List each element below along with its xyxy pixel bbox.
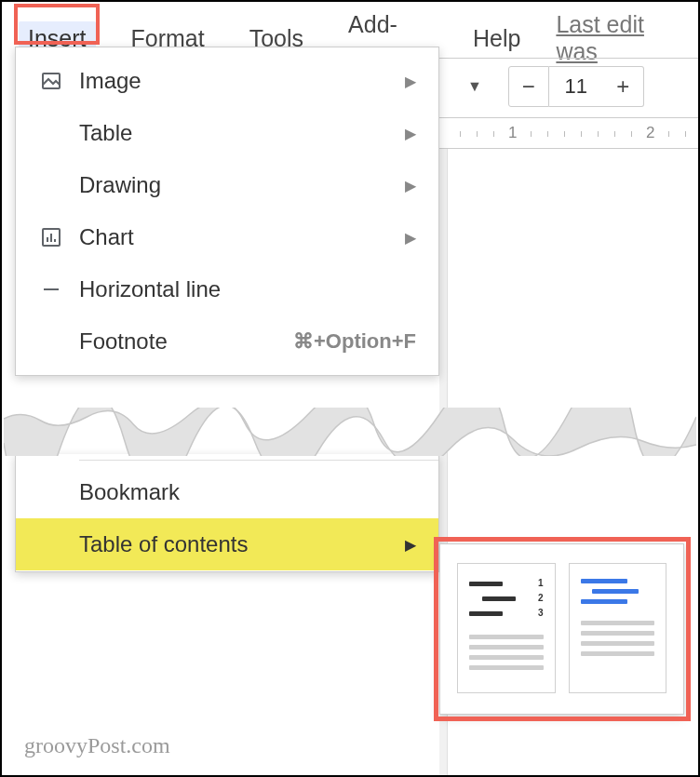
font-size-decrease-button[interactable]: −: [508, 66, 549, 107]
last-edit-label: Last edit was: [556, 11, 644, 64]
toolbar: ▼ − 11 +: [439, 58, 698, 114]
menu-separator: [79, 460, 438, 461]
minus-icon: −: [522, 74, 535, 100]
menu-item-label: Bookmark: [74, 479, 416, 505]
menu-item-footnote[interactable]: Footnote ⌘+Option+F: [16, 315, 438, 368]
torn-section-divider: [4, 408, 696, 456]
menu-item-table[interactable]: Table ▶: [16, 107, 438, 159]
menu-item-label: Footnote: [74, 328, 293, 355]
font-size-stepper: − 11 +: [508, 66, 644, 107]
ruler: 1 2: [439, 117, 698, 149]
ruler-minor-tick: [668, 131, 669, 137]
submenu-arrow-icon: ▶: [405, 229, 416, 247]
ruler-minor-tick: [581, 131, 582, 137]
menu-item-label: Drawing: [74, 172, 405, 198]
ruler-minor-tick: [685, 131, 686, 137]
menu-item-label: Chart: [74, 224, 405, 250]
plus-icon: +: [616, 74, 629, 100]
menu-item-drawing[interactable]: Drawing ▶: [16, 159, 438, 211]
ruler-minor-tick: [598, 131, 599, 137]
menu-help[interactable]: Help: [464, 21, 530, 56]
horizontal-line-icon: [29, 278, 74, 301]
ruler-minor-tick: [531, 131, 532, 137]
keyboard-shortcut: ⌘+Option+F: [293, 329, 416, 354]
chart-icon: [29, 226, 74, 248]
font-size-increase-button[interactable]: +: [603, 66, 644, 107]
submenu-arrow-icon: ▶: [405, 125, 416, 142]
toc-option-blue-links[interactable]: [569, 563, 667, 693]
menu-item-label: Table: [74, 120, 405, 146]
menu-item-label: Image: [74, 68, 405, 94]
font-size-value[interactable]: 11: [549, 66, 603, 107]
ruler-minor-tick: [460, 131, 461, 137]
menu-item-table-of-contents[interactable]: Table of contents ▶: [16, 518, 438, 570]
submenu-arrow-icon: ▶: [405, 73, 416, 90]
image-icon: [29, 70, 74, 92]
ruler-tick-2: 2: [646, 124, 654, 142]
ruler-minor-tick: [564, 131, 565, 137]
menu-item-label: Horizontal line: [74, 276, 416, 302]
ruler-minor-tick: [477, 131, 478, 137]
insert-dropdown: Image ▶ Table ▶ Drawing ▶ Chart ▶ Horizo…: [15, 47, 439, 376]
font-dropdown-caret-icon[interactable]: ▼: [467, 78, 482, 95]
submenu-arrow-icon: ▶: [405, 536, 416, 554]
menu-item-label: Table of contents: [74, 531, 405, 557]
font-size-text: 11: [565, 74, 587, 99]
ruler-minor-tick: [493, 131, 494, 137]
toc-submenu: 1 2 3: [439, 543, 684, 715]
insert-dropdown-lower: Bookmark Table of contents ▶: [15, 454, 439, 572]
ruler-minor-tick: [631, 131, 632, 137]
menu-help-label: Help: [473, 25, 520, 51]
menu-item-horizontal-line[interactable]: Horizontal line: [16, 263, 438, 315]
toc-option-page-numbers[interactable]: 1 2 3: [457, 563, 556, 693]
ruler-minor-tick: [614, 131, 615, 137]
ruler-tick-1: 1: [508, 124, 517, 142]
menu-item-chart[interactable]: Chart ▶: [16, 211, 438, 263]
menu-item-image[interactable]: Image ▶: [16, 55, 438, 107]
watermark: groovyPost.com: [24, 733, 170, 758]
submenu-arrow-icon: ▶: [405, 177, 416, 194]
menu-item-bookmark[interactable]: Bookmark: [16, 466, 438, 518]
ruler-minor-tick: [547, 131, 548, 137]
